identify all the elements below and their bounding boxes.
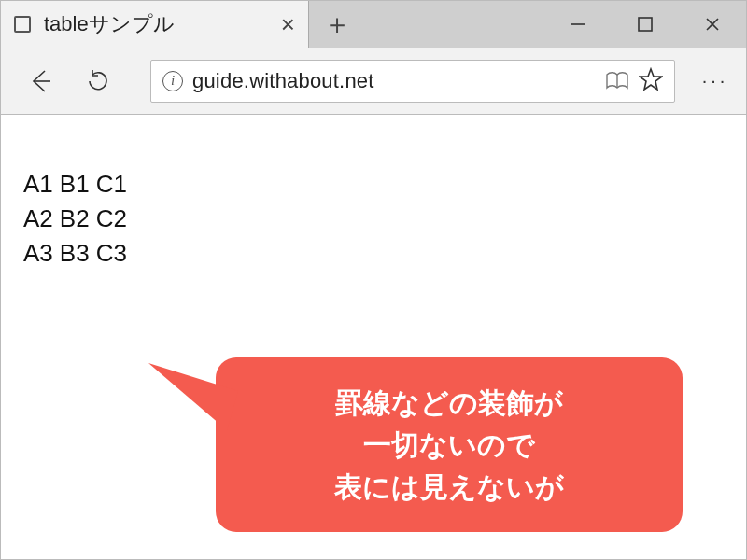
callout-line: 一切ないので	[244, 424, 655, 466]
table-cell: B1	[58, 167, 94, 202]
table-cell: B3	[58, 236, 94, 271]
sample-table: A1 B1 C1 A2 B2 C2 A3 B3 C3	[23, 167, 144, 271]
table-cell: A1	[23, 167, 58, 202]
browser-tab[interactable]: tableサンプル ×	[1, 1, 309, 48]
svg-marker-7	[148, 363, 238, 430]
table-cell: C3	[94, 236, 144, 271]
table-cell: B2	[58, 202, 94, 236]
annotation-callout: 罫線などの装飾が 一切ないので 表には見えないが	[216, 357, 683, 532]
browser-window: tableサンプル × ＋ i guide.withabout.net	[0, 0, 747, 560]
table-cell: A2	[23, 202, 58, 236]
toolbar: i guide.withabout.net ···	[1, 48, 746, 115]
table-cell: C2	[94, 202, 144, 236]
reading-view-icon[interactable]	[605, 71, 629, 91]
page-icon	[14, 16, 31, 33]
table-row: A3 B3 C3	[23, 236, 144, 271]
url-text: guide.withabout.net	[192, 69, 596, 93]
address-bar[interactable]: i guide.withabout.net	[150, 60, 675, 103]
maximize-button[interactable]	[612, 1, 679, 48]
table-row: A2 B2 C2	[23, 202, 144, 236]
page-content: A1 B1 C1 A2 B2 C2 A3 B3 C3 罫線などの装飾が 一切ない…	[1, 115, 746, 559]
more-button[interactable]: ···	[692, 70, 739, 91]
table-cell: A3	[23, 236, 58, 271]
svg-marker-6	[640, 69, 662, 90]
table-cell: C1	[94, 167, 144, 202]
favorite-button[interactable]	[639, 67, 663, 95]
minimize-button[interactable]	[544, 1, 612, 48]
tab-title: tableサンプル	[44, 10, 268, 38]
svg-rect-1	[639, 18, 652, 31]
close-window-button[interactable]	[679, 1, 746, 48]
new-tab-button[interactable]: ＋	[309, 1, 365, 48]
callout-bubble: 罫線などの装飾が 一切ないので 表には見えないが	[216, 357, 683, 532]
refresh-button[interactable]	[78, 61, 119, 102]
callout-line: 表には見えないが	[244, 466, 655, 508]
close-tab-button[interactable]: ×	[281, 12, 295, 36]
table-row: A1 B1 C1	[23, 167, 144, 202]
tab-strip: tableサンプル × ＋	[1, 1, 746, 48]
callout-line: 罫線などの装飾が	[244, 382, 655, 424]
site-info-icon[interactable]: i	[162, 71, 183, 91]
back-button[interactable]	[20, 61, 61, 102]
